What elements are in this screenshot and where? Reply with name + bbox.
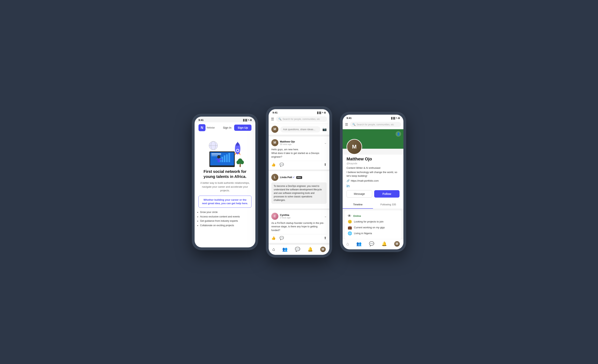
signin-link[interactable]: Sign In [223,126,232,129]
chevron-down-icon-1[interactable]: ⌄ [324,141,327,145]
profile-bio: Content Writer & AI enthusiast [347,166,399,169]
reply-bubble: To become a DevOps engineer, you need to… [271,182,327,204]
status-bar-3: 9:41 ▐▐▐ ∿ ▮ [343,115,403,120]
svg-rect-2 [211,154,221,154]
people-nav-icon-3[interactable]: 👥 [356,241,362,246]
svg-rect-6 [224,155,225,162]
features-list: Grow your circle Access exclusive conten… [195,210,255,232]
signal-icon: ▐▐▐ [316,112,321,114]
logo: N Nebstar [199,124,215,131]
notifications-nav-icon[interactable]: 🔔 [307,247,313,252]
feed-scroll: M Matthew Ojo 30 mins ago ⌄ Hello guys, … [269,137,329,244]
edit-photo-icon[interactable]: 👤 [396,131,401,137]
comment-button-3[interactable]: 💬 [280,236,284,240]
post-content-3: As a FinTech startup founder currently i… [271,221,327,232]
status-icons-2: ▐▐▐ ∿ ▮ [316,111,325,114]
post-actions-1: 👍 💬 ⬆ [271,161,327,167]
wifi-icon: ∿ [322,111,324,114]
camera-icon[interactable]: 📷 [322,127,327,131]
messages-nav-icon[interactable]: 💬 [295,247,300,252]
phone-1-screen: 9:41 ▐▐▐ ∿ ▮ N Nebstar Sign In Sign Up [195,117,255,247]
profile-nav-avatar-3[interactable]: M [394,241,400,247]
status-location: 🌐 Living in Nigeria [348,230,398,236]
status-icons-3: ▐▐▐ ∿ ▮ [390,117,399,119]
signup-button[interactable]: Sign Up [234,125,251,131]
post-header-1: M Matthew Ojo 30 mins ago ⌄ [271,139,327,146]
profile-avatar: M [347,139,362,154]
message-button[interactable]: Message [347,190,372,198]
compose-bar: M 📷 [269,124,329,135]
phone-2-screen: 9:41 ▐▐▐ ∿ ▮ ☰ 🔍 Search for people, comm… [269,109,329,255]
location-icon: 🌐 [348,231,352,235]
people-nav-icon[interactable]: 👥 [282,247,288,252]
follow-button[interactable]: Follow [374,190,399,198]
profile-avatar-face: M [347,140,362,154]
profile-link: 🔗 https://matt-portfolio.com [347,179,399,182]
gigs-label: Current working on my gigs [354,226,385,229]
menu-icon[interactable]: ☰ [271,117,274,121]
tab-timeline[interactable]: Timeline [343,201,373,209]
post-card-3: C Cynthia 2 hous ago ⌄ As a FinTech star… [269,210,329,243]
status-time-3: 9:41 [347,117,352,120]
hero-title: First social network for young talents i… [199,169,251,179]
phone-3-screen: 9:41 ▐▐▐ ∿ ▮ ☰ 🔍 Search for people, comm… [343,115,403,249]
svg-point-19 [217,155,220,158]
profile-topbar: ☰ 🔍 Search for people, communities, etc [343,120,403,129]
chevron-down-icon-3[interactable]: ⌄ [324,214,327,218]
post-card-2: L Linda Patt ✓ PRO [269,171,329,209]
svg-rect-3 [211,155,218,156]
profile-info: Matthew Ojo @kayode Content Writer & AI … [343,154,403,201]
tab-following[interactable]: Following 335 [373,201,403,209]
avatar-face-2: L [271,174,278,181]
battery-icon: ▮ [250,119,251,121]
like-button-3[interactable]: 👍 [271,236,276,240]
post-user-1: M Matthew Ojo 30 mins ago [271,139,295,146]
status-bar-2: 9:41 ▐▐▐ ∿ ▮ [269,109,329,115]
link-icon: 🔗 [347,179,350,182]
hero-text: First social network for young talents i… [195,169,255,193]
compose-input[interactable] [280,126,320,132]
search-bar-3[interactable]: 🔍 Search for people, communities, etc [350,122,401,127]
post-name-3: Cynthia [280,214,291,217]
avatar-face-1: M [271,139,278,146]
bottom-nav-2: ⌂ 👥 💬 🔔 M [269,244,329,255]
online-icon: 👁 [348,214,351,218]
comment-button-1[interactable]: 💬 [280,162,284,167]
svg-rect-21 [216,159,218,160]
post-avatar-1: M [271,139,278,146]
share-button-1[interactable]: ⬆ [324,162,327,167]
cta-text: Whether building your career or the next… [201,198,249,205]
menu-icon-3[interactable]: ☰ [345,122,348,127]
hero-illustration [195,134,255,169]
post-avatar-3: C [271,213,278,220]
projects-icon: 🙂 [348,219,352,224]
post-user-2: L Linda Patt ✓ PRO [271,174,302,181]
home-nav-icon[interactable]: ⌂ [272,247,275,252]
notifications-nav-icon-3[interactable]: 🔔 [382,241,387,246]
post-header-3: C Cynthia 2 hous ago ⌄ [271,213,327,220]
svg-rect-22 [220,159,222,160]
post-user-info-2: Linda Patt ✓ PRO [280,176,302,179]
post-avatar-2: L [271,174,278,181]
share-button-3[interactable]: ⬆ [324,236,327,240]
post-card-1: M Matthew Ojo 30 mins ago ⌄ Hello guys, … [269,137,329,169]
post-content-1: Hello guys, am new here.What does it tak… [271,148,327,159]
post-user-info-1: Matthew Ojo 30 mins ago [280,140,295,146]
profile-status-card: 👁 Online 🙂 Looking for projects to join … [345,210,401,239]
profile-url[interactable]: https://matt-portfolio.com [351,179,379,182]
linkedin-icon[interactable]: in [347,184,399,188]
search-bar[interactable]: 🔍 Search for people, communities, etc [276,116,327,122]
hero-subtitle: A better way to build authentic relation… [199,181,251,193]
profile-handle: @kayode [347,162,399,165]
home-nav-icon-3[interactable]: ⌂ [346,241,349,246]
logo-name: Nebstar [207,126,215,129]
post-name-2: Linda Patt ✓ PRO [280,176,302,179]
status-gigs: 💼 Current working on my gigs [348,225,398,230]
status-time-2: 9:41 [273,111,278,114]
signal-icon: ▐▐▐ [390,117,395,119]
profile-actions: Message Follow [347,190,399,198]
profile-nav-avatar[interactable]: M [320,247,326,252]
like-button-1[interactable]: 👍 [271,162,276,167]
messages-nav-icon-3[interactable]: 💬 [369,241,374,246]
wifi-icon: ∿ [248,119,249,121]
